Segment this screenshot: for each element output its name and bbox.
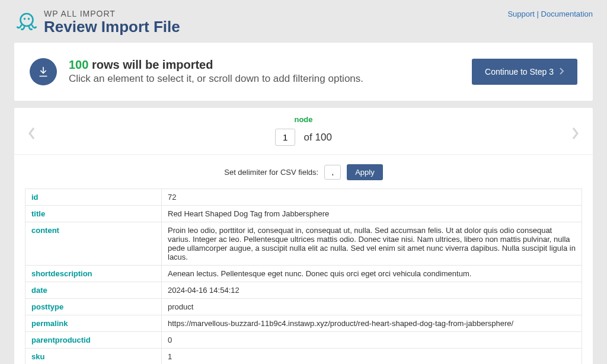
next-record-button[interactable]	[570, 124, 581, 142]
link-separator: |	[537, 9, 541, 18]
field-key[interactable]: content	[25, 222, 162, 265]
svg-point-0	[21, 14, 33, 26]
import-subtitle: Click an element to select it, or scroll…	[69, 73, 363, 85]
field-key[interactable]: posttype	[25, 298, 162, 315]
summary-text: 100 rows will be imported Click an eleme…	[69, 58, 363, 85]
table-row[interactable]: contentProin leo odio, porttitor id, con…	[25, 222, 582, 265]
field-value[interactable]: 2024-04-16 14:54:12	[162, 282, 582, 298]
field-value[interactable]: 0	[162, 331, 582, 348]
documentation-link[interactable]: Documentation	[541, 9, 593, 18]
delimiter-input[interactable]	[324, 165, 341, 180]
field-value[interactable]: Aenean lectus. Pellentesque eget nunc. D…	[162, 265, 582, 282]
app-header: WP ALL IMPORT Review Import File Support…	[0, 0, 607, 40]
record-navigator: node of 100	[14, 108, 593, 155]
field-value[interactable]: Red Heart Shaped Dog Tag from Jabbersphe…	[162, 205, 582, 222]
delimiter-label: Set delimiter for CSV fields:	[224, 168, 318, 177]
total-records: 100	[315, 132, 332, 143]
field-key[interactable]: date	[25, 282, 162, 298]
field-key[interactable]: id	[25, 189, 162, 205]
table-row[interactable]: parentproductid0	[25, 331, 582, 348]
download-icon	[30, 58, 57, 85]
brand-name: WP ALL IMPORT	[44, 9, 180, 18]
field-value[interactable]: Proin leo odio, porttitor id, consequat …	[162, 222, 582, 265]
record-index-input[interactable]	[275, 129, 295, 146]
field-key[interactable]: permalink	[25, 315, 162, 331]
delimiter-row: Set delimiter for CSV fields: Apply	[14, 155, 593, 189]
field-key[interactable]: shortdescription	[25, 265, 162, 282]
field-value[interactable]: https://marvellous-buzzard-11b9c4.instaw…	[162, 315, 582, 331]
octopus-logo-icon	[14, 9, 39, 34]
chevron-right-icon	[560, 67, 564, 76]
brand: WP ALL IMPORT Review Import File	[14, 9, 180, 36]
svg-point-2	[28, 18, 30, 20]
field-value[interactable]: 72	[162, 189, 582, 205]
field-key[interactable]: sku	[25, 348, 162, 364]
import-count: 100	[69, 58, 88, 71]
import-title-suffix: rows will be imported	[92, 58, 213, 71]
table-row[interactable]: posttypeproduct	[25, 298, 582, 315]
page-title: Review Import File	[44, 18, 180, 36]
apply-delimiter-button[interactable]: Apply	[347, 164, 383, 180]
support-link[interactable]: Support	[507, 9, 535, 18]
header-links: Support | Documentation	[507, 9, 593, 18]
field-value[interactable]: 1	[162, 348, 582, 364]
field-value[interactable]: product	[162, 298, 582, 315]
of-label: of	[304, 132, 312, 143]
node-label: node	[37, 115, 570, 124]
table-row[interactable]: titleRed Heart Shaped Dog Tag from Jabbe…	[25, 205, 582, 222]
table-row[interactable]: shortdescriptionAenean lectus. Pellentes…	[25, 265, 582, 282]
prev-record-button[interactable]	[26, 124, 37, 142]
table-row[interactable]: sku1	[25, 348, 582, 364]
record-table: id72titleRed Heart Shaped Dog Tag from J…	[25, 189, 582, 364]
data-panel: node of 100 Set delimiter for CSV fields…	[14, 108, 593, 364]
table-row[interactable]: permalinkhttps://marvellous-buzzard-11b9…	[25, 315, 582, 331]
table-row[interactable]: date2024-04-16 14:54:12	[25, 282, 582, 298]
continue-button[interactable]: Continue to Step 3	[472, 59, 577, 85]
svg-point-1	[24, 18, 26, 20]
table-row[interactable]: id72	[25, 189, 582, 205]
summary-panel: 100 rows will be imported Click an eleme…	[14, 43, 593, 101]
field-key[interactable]: parentproductid	[25, 331, 162, 348]
continue-button-label: Continue to Step 3	[485, 67, 554, 76]
field-key[interactable]: title	[25, 205, 162, 222]
